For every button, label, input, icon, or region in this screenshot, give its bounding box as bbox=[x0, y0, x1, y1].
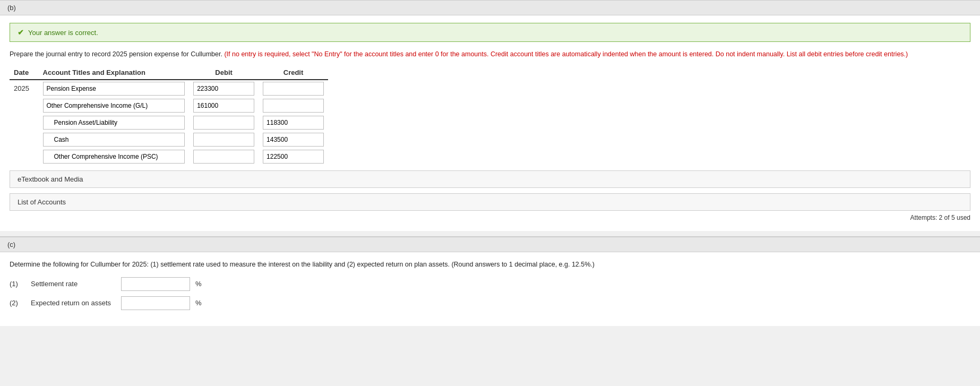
col-debit: Debit bbox=[189, 66, 259, 80]
entry-account-cell-3 bbox=[39, 131, 190, 148]
entry-debit-input-0[interactable] bbox=[193, 82, 254, 96]
rate-number-0: (1) bbox=[10, 280, 25, 288]
entry-credit-cell-3 bbox=[259, 131, 328, 148]
section-c-header: (c) bbox=[0, 237, 980, 252]
section-c-content: Determine the following for Cullumber fo… bbox=[0, 252, 980, 326]
attempts-row: Attempts: 2 of 5 used bbox=[10, 211, 970, 222]
entry-date-0: 2025 bbox=[10, 80, 39, 97]
section-b-header: (b) bbox=[0, 0, 980, 15]
entry-debit-cell-3 bbox=[189, 131, 259, 148]
etextbook-label: eTextbook and Media bbox=[18, 175, 83, 183]
instructions-red: (If no entry is required, select "No Ent… bbox=[224, 50, 908, 58]
entry-account-input-2[interactable] bbox=[43, 116, 185, 130]
etextbook-row[interactable]: eTextbook and Media bbox=[10, 170, 970, 188]
instructions-main: Prepare the journal entry to record 2025… bbox=[10, 50, 222, 58]
section-c-label: (c) bbox=[7, 241, 15, 248]
entry-debit-cell-4 bbox=[189, 148, 259, 165]
entry-debit-input-2[interactable] bbox=[193, 116, 254, 130]
entry-date-1 bbox=[10, 97, 39, 114]
entry-date-4 bbox=[10, 148, 39, 165]
entry-account-input-1[interactable] bbox=[43, 99, 185, 113]
entry-date-3 bbox=[10, 131, 39, 148]
rate-fields: (1)Settlement rate%(2)Expected return on… bbox=[10, 277, 970, 310]
rate-label-1: Expected return on assets bbox=[31, 299, 116, 307]
entry-debit-input-1[interactable] bbox=[193, 99, 254, 113]
entry-debit-cell-0 bbox=[189, 80, 259, 97]
rate-row-1: (2)Expected return on assets% bbox=[10, 296, 970, 310]
rate-input-0[interactable] bbox=[121, 277, 190, 291]
section-c-instructions: Determine the following for Cullumber fo… bbox=[10, 260, 970, 270]
entry-account-cell-4 bbox=[39, 148, 190, 165]
entry-account-input-4[interactable] bbox=[43, 150, 185, 164]
rate-unit-0: % bbox=[195, 280, 202, 288]
check-icon: ✔ bbox=[18, 28, 24, 37]
entry-credit-input-2[interactable] bbox=[263, 116, 324, 130]
success-banner: ✔ Your answer is correct. bbox=[10, 23, 970, 42]
rate-unit-1: % bbox=[195, 299, 202, 307]
section-b-content: ✔ Your answer is correct. Prepare the jo… bbox=[0, 15, 980, 231]
entry-account-cell-0 bbox=[39, 80, 190, 97]
entry-credit-cell-0 bbox=[259, 80, 328, 97]
section-c-instructions-red: (Round answers to 1 decimal place, e.g. … bbox=[451, 261, 595, 268]
entry-credit-input-3[interactable] bbox=[263, 133, 324, 147]
list-of-accounts-label: List of Accounts bbox=[18, 198, 66, 206]
entry-credit-cell-1 bbox=[259, 97, 328, 114]
instructions: Prepare the journal entry to record 2025… bbox=[10, 49, 970, 59]
journal-table: Date Account Titles and Explanation Debi… bbox=[10, 66, 328, 165]
entry-account-input-3[interactable] bbox=[43, 133, 185, 147]
entry-date-2 bbox=[10, 114, 39, 131]
rate-input-1[interactable] bbox=[121, 296, 190, 310]
section-b-label: (b) bbox=[7, 4, 16, 12]
col-account: Account Titles and Explanation bbox=[39, 66, 190, 80]
entry-debit-input-3[interactable] bbox=[193, 133, 254, 147]
entry-debit-cell-1 bbox=[189, 97, 259, 114]
col-date: Date bbox=[10, 66, 39, 80]
attempts-text: Attempts: 2 of 5 used bbox=[910, 214, 970, 221]
rate-number-1: (2) bbox=[10, 299, 25, 307]
col-credit: Credit bbox=[259, 66, 328, 80]
rate-row-0: (1)Settlement rate% bbox=[10, 277, 970, 291]
entry-account-cell-1 bbox=[39, 97, 190, 114]
section-c-instructions-main: Determine the following for Cullumber fo… bbox=[10, 261, 450, 268]
entry-credit-input-0[interactable] bbox=[263, 82, 324, 96]
entry-debit-input-4[interactable] bbox=[193, 150, 254, 164]
entry-credit-input-1[interactable] bbox=[263, 99, 324, 113]
entry-credit-cell-2 bbox=[259, 114, 328, 131]
entry-credit-cell-4 bbox=[259, 148, 328, 165]
list-of-accounts-row[interactable]: List of Accounts bbox=[10, 193, 970, 211]
rate-label-0: Settlement rate bbox=[31, 280, 116, 288]
entry-account-cell-2 bbox=[39, 114, 190, 131]
success-message: Your answer is correct. bbox=[28, 29, 98, 37]
entry-credit-input-4[interactable] bbox=[263, 150, 324, 164]
entry-account-input-0[interactable] bbox=[43, 82, 185, 96]
entry-debit-cell-2 bbox=[189, 114, 259, 131]
